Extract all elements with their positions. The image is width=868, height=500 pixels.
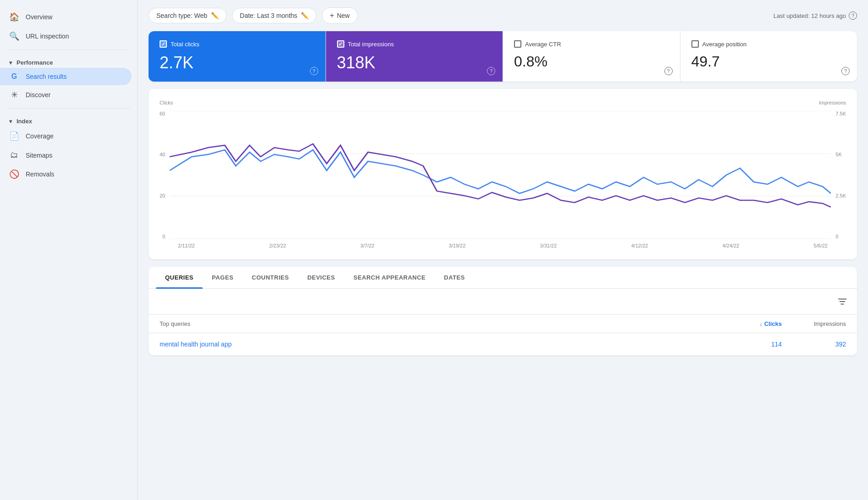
coverage-label: Coverage <box>26 132 54 140</box>
tab-queries[interactable]: QUERIES <box>156 267 203 288</box>
content-area: Total clicks 2.7K ? Total impressions 31… <box>138 31 868 367</box>
chart-header: Clicks Impressions <box>160 100 846 107</box>
sidebar-item-sitemaps[interactable]: 🗂 Sitemaps <box>0 146 132 165</box>
clicks-axis-label: Clicks <box>160 100 173 105</box>
filter-row <box>149 289 857 315</box>
tab-countries[interactable]: COUNTRIES <box>243 267 298 288</box>
search-type-label: Search type: Web <box>156 12 207 19</box>
edit-date-icon: ✏️ <box>301 12 309 19</box>
main-content: Search type: Web ✏️ Date: Last 3 months … <box>138 0 868 500</box>
sidebar-item-discover[interactable]: ✳ Discover <box>0 85 132 104</box>
total-clicks-label: Total clicks <box>171 41 199 48</box>
y-axis-right: 7.5K 5K 2.5K 0 <box>831 111 846 239</box>
table-row-impressions: 392 <box>782 341 846 348</box>
performance-section-label: Performance <box>17 59 53 66</box>
impressions-axis-label: Impressions <box>819 100 846 105</box>
total-clicks-checkbox[interactable] <box>160 40 167 48</box>
avg-ctr-help-icon[interactable]: ? <box>664 67 673 75</box>
avg-ctr-card[interactable]: Average CTR 0.8% ? <box>503 31 680 82</box>
search-icon: 🔍 <box>9 31 19 41</box>
sidebar-item-coverage[interactable]: 📄 Coverage <box>0 126 132 146</box>
y-axis-left: 60 40 20 0 <box>160 111 170 239</box>
new-label: New <box>337 12 350 19</box>
total-impressions-checkbox[interactable] <box>337 40 344 48</box>
removals-icon: 🚫 <box>9 169 19 179</box>
total-impressions-card[interactable]: Total impressions 318K ? <box>326 31 503 82</box>
home-icon: 🏠 <box>9 12 19 22</box>
table-row-query[interactable]: mental health journal app <box>160 341 718 348</box>
total-clicks-label-row: Total clicks <box>160 40 315 48</box>
removals-label: Removals <box>26 170 54 178</box>
filter-icon-button[interactable] <box>835 294 850 309</box>
sidebar: 🏠 Overview 🔍 URL inspection ▾ Performanc… <box>0 0 138 500</box>
total-impressions-value: 318K <box>337 53 492 72</box>
avg-position-card[interactable]: Average position 49.7 ? <box>680 31 857 82</box>
avg-position-label: Average position <box>702 41 747 48</box>
total-clicks-value: 2.7K <box>160 53 315 72</box>
sidebar-item-overview[interactable]: 🏠 Overview <box>0 7 132 27</box>
sidebar-item-search-results[interactable]: G Search results <box>0 68 132 85</box>
sidebar-item-url-inspection[interactable]: 🔍 URL inspection <box>0 27 132 46</box>
last-updated-text: Last updated: 12 hours ago <box>774 12 846 19</box>
index-arrow-icon: ▾ <box>9 118 12 125</box>
tab-pages[interactable]: PAGES <box>203 267 243 288</box>
avg-position-help-icon[interactable]: ? <box>841 67 850 75</box>
search-results-label: Search results <box>26 73 66 80</box>
index-section-label: Index <box>17 118 32 125</box>
table-header-clicks[interactable]: ↓ Clicks <box>718 320 782 327</box>
sidebar-divider-1 <box>7 49 130 50</box>
table-header-impressions[interactable]: Impressions <box>782 320 846 327</box>
sitemaps-icon: 🗂 <box>9 150 19 160</box>
new-button[interactable]: + New <box>322 7 357 24</box>
avg-position-checkbox[interactable] <box>691 40 699 48</box>
date-filter[interactable]: Date: Last 3 months ✏️ <box>232 8 316 23</box>
total-impressions-label: Total impressions <box>348 41 394 48</box>
table-row-clicks: 114 <box>718 341 782 348</box>
tab-devices[interactable]: DEVICES <box>298 267 344 288</box>
total-impressions-label-row: Total impressions <box>337 40 492 48</box>
avg-ctr-label: Average CTR <box>525 41 561 48</box>
google-g-icon: G <box>9 72 19 81</box>
last-updated: Last updated: 12 hours ago ? <box>774 11 857 20</box>
tabs-row: QUERIES PAGES COUNTRIES DEVICES SEARCH A… <box>149 267 857 289</box>
coverage-icon: 📄 <box>9 131 19 141</box>
topbar: Search type: Web ✏️ Date: Last 3 months … <box>138 0 868 31</box>
discover-label: Discover <box>26 91 50 99</box>
avg-position-value: 49.7 <box>691 53 846 70</box>
sidebar-section-performance[interactable]: ▾ Performance <box>0 54 137 68</box>
chart-area[interactable] <box>170 111 831 239</box>
total-impressions-help-icon[interactable]: ? <box>487 67 495 75</box>
search-type-filter[interactable]: Search type: Web ✏️ <box>149 8 227 23</box>
table-header: Top queries ↓ Clicks Impressions <box>149 315 857 333</box>
sidebar-divider-2 <box>7 108 130 109</box>
table-row: mental health journal app 114 392 <box>149 333 857 356</box>
total-clicks-help-icon[interactable]: ? <box>310 67 318 75</box>
tab-dates[interactable]: DATES <box>435 267 474 288</box>
total-clicks-card[interactable]: Total clicks 2.7K ? <box>149 31 326 82</box>
x-axis: 2/11/22 2/23/22 3/7/22 3/19/22 3/31/22 4… <box>178 243 828 248</box>
edit-search-type-icon: ✏️ <box>211 12 219 19</box>
sidebar-overview-label: Overview <box>26 13 52 21</box>
sitemaps-label: Sitemaps <box>26 152 52 159</box>
date-label: Date: Last 3 months <box>240 12 297 19</box>
sidebar-url-inspection-label: URL inspection <box>26 33 69 40</box>
metrics-row: Total clicks 2.7K ? Total impressions 31… <box>149 31 857 82</box>
last-updated-help-icon[interactable]: ? <box>849 11 857 20</box>
performance-arrow-icon: ▾ <box>9 60 12 66</box>
tabs-container: QUERIES PAGES COUNTRIES DEVICES SEARCH A… <box>149 267 857 356</box>
sort-down-icon: ↓ <box>759 320 763 327</box>
avg-ctr-label-row: Average CTR <box>514 40 669 48</box>
chart-container: Clicks Impressions 60 40 20 0 <box>149 89 857 259</box>
sidebar-item-removals[interactable]: 🚫 Removals <box>0 165 132 184</box>
avg-ctr-value: 0.8% <box>514 53 669 70</box>
plus-icon: + <box>330 11 334 20</box>
avg-ctr-checkbox[interactable] <box>514 40 521 48</box>
table-header-query: Top queries <box>160 320 718 327</box>
tab-search-appearance[interactable]: SEARCH APPEARANCE <box>344 267 435 288</box>
sidebar-section-index[interactable]: ▾ Index <box>0 112 137 126</box>
avg-position-label-row: Average position <box>691 40 846 48</box>
chart-axes: 60 40 20 0 <box>160 111 846 239</box>
discover-icon: ✳ <box>9 90 19 100</box>
